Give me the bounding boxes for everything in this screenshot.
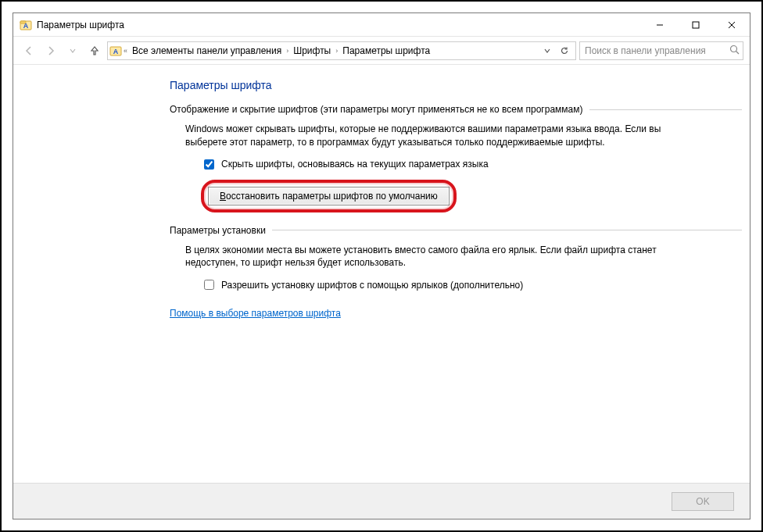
svg-text:A: A — [23, 22, 29, 30]
breadcrumb-label: Параметры шрифта — [342, 45, 430, 56]
restore-defaults-button[interactable]: Восстановить параметры шрифтов по умолча… — [208, 187, 450, 205]
group-label: Отображение и скрытие шрифтов (эти парам… — [170, 104, 583, 115]
footer-bar: OK — [13, 483, 750, 519]
chevron-right-icon: › — [335, 47, 338, 55]
group-display-hide-fonts: Отображение и скрытие шрифтов (эти парам… — [170, 104, 742, 212]
button-label-rest: осстановить параметры шрифтов по умолчан… — [226, 191, 438, 202]
divider — [589, 109, 743, 110]
navigation-bar: A « Все элементы панели управления › Шри… — [13, 37, 750, 65]
accelerator-char: В — [220, 191, 226, 202]
divider — [272, 230, 742, 230]
svg-rect-4 — [693, 22, 699, 28]
back-button[interactable] — [20, 41, 38, 60]
window-title: Параметры шрифта — [37, 20, 124, 30]
window-frame: A Параметры шрифта — [13, 12, 750, 520]
search-box[interactable] — [579, 41, 743, 60]
search-input[interactable] — [583, 45, 729, 57]
svg-text:A: A — [113, 48, 119, 55]
up-button[interactable] — [85, 41, 104, 60]
ok-button[interactable]: OK — [672, 492, 734, 511]
forward-button[interactable] — [41, 41, 60, 60]
content-area: Параметры шрифта Отображение и скрытие ш… — [13, 65, 750, 483]
group-description: Windows может скрывать шрифты, которые н… — [185, 123, 670, 149]
chevron-left-double-icon: « — [124, 47, 127, 55]
recent-dropdown-icon[interactable] — [63, 41, 82, 60]
close-button[interactable] — [714, 13, 750, 36]
hide-fonts-checkbox[interactable] — [204, 159, 214, 170]
checkbox-label: Разрешить установку шрифтов с помощью яр… — [221, 280, 523, 291]
refresh-icon[interactable] — [557, 43, 572, 59]
group-install-options: Параметры установки В целях экономии мес… — [170, 225, 742, 293]
svg-line-10 — [736, 51, 740, 54]
maximize-button[interactable] — [678, 13, 714, 36]
minimize-button[interactable] — [642, 13, 678, 36]
app-icon: A — [20, 19, 32, 31]
checkbox-label: Скрыть шрифты, основываясь на текущих па… — [221, 159, 489, 170]
address-dropdown-icon[interactable] — [539, 43, 555, 59]
svg-point-9 — [731, 45, 737, 52]
breadcrumb-label: Шрифты — [293, 45, 331, 56]
breadcrumb-label: Все элементы панели управления — [132, 45, 281, 56]
highlight-annotation: Восстановить параметры шрифтов по умолча… — [201, 180, 457, 212]
group-description: В целях экономии места вы можете установ… — [185, 244, 670, 270]
page-title: Параметры шрифта — [170, 79, 742, 91]
breadcrumb-item[interactable]: Все элементы панели управления — [129, 42, 285, 59]
search-icon[interactable] — [729, 45, 740, 57]
allow-shortcut-install-checkbox[interactable] — [204, 280, 214, 290]
address-icon: A — [109, 45, 122, 57]
chevron-right-icon: › — [286, 47, 288, 55]
help-link[interactable]: Помощь в выборе параметров шрифта — [170, 308, 341, 319]
address-bar[interactable]: A « Все элементы панели управления › Шри… — [107, 41, 576, 60]
title-bar: A Параметры шрифта — [13, 13, 750, 37]
breadcrumb-item[interactable]: Параметры шрифта — [339, 42, 433, 59]
breadcrumb-item[interactable]: Шрифты — [290, 42, 334, 59]
group-label: Параметры установки — [170, 225, 266, 236]
